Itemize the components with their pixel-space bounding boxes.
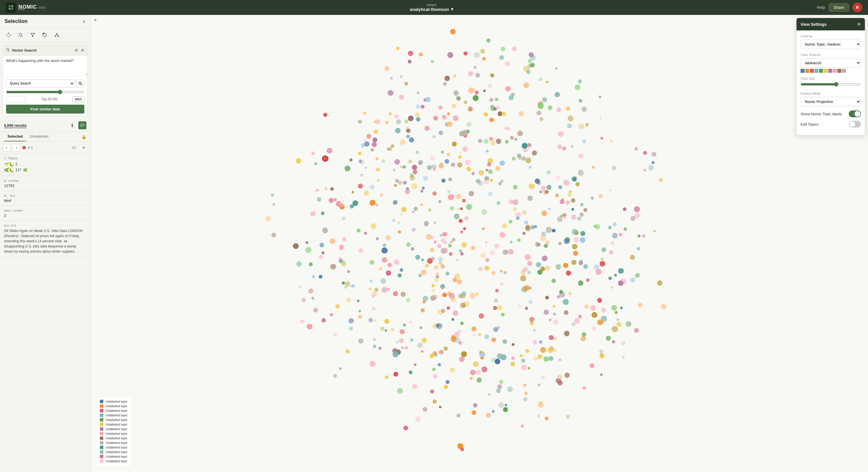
cluster-icon[interactable]: [53, 31, 61, 39]
svg-point-728: [538, 384, 540, 386]
svg-point-38: [490, 179, 493, 182]
svg-point-286: [489, 98, 493, 102]
svg-point-387: [345, 349, 350, 353]
map-area[interactable]: ✕ Unlabeled topicUnlabeled topicUnlabele…: [91, 15, 868, 472]
svg-point-619: [495, 98, 498, 101]
avatar[interactable]: R: [852, 3, 862, 12]
svg-point-319: [417, 343, 423, 348]
cluster-record-button[interactable]: ✦: [80, 144, 88, 151]
svg-point-456: [452, 238, 456, 241]
svg-point-131: [392, 218, 396, 222]
help-button[interactable]: Help: [817, 5, 825, 10]
svg-point-412: [389, 112, 392, 115]
collapse-button[interactable]: ∧: [82, 19, 86, 24]
legend-label: Unlabeled topic: [105, 432, 127, 435]
svg-point-154: [409, 321, 412, 324]
svg-point-80: [488, 192, 493, 196]
similarity-slider[interactable]: [6, 90, 84, 94]
svg-point-303: [527, 196, 533, 201]
svg-point-239: [652, 152, 656, 157]
tab-selected[interactable]: Selected: [4, 132, 26, 141]
nav-next-button[interactable]: ›: [12, 144, 20, 151]
point-size-slider[interactable]: [801, 82, 861, 87]
svg-point-90: [348, 318, 354, 324]
svg-point-385: [431, 60, 434, 63]
svg-point-355: [447, 122, 453, 127]
svg-point-671: [489, 137, 493, 141]
svg-point-53: [599, 117, 602, 120]
svg-point-760: [385, 121, 389, 124]
svg-point-24: [403, 324, 406, 327]
svg-point-244: [360, 174, 363, 177]
svg-rect-1: [11, 5, 13, 7]
view-settings-close-button[interactable]: ✕: [857, 22, 861, 27]
svg-point-119: [584, 305, 588, 308]
search-execute-button[interactable]: [76, 79, 84, 88]
svg-point-313: [638, 303, 642, 307]
svg-point-742: [557, 295, 560, 299]
legend-dot: [100, 455, 103, 458]
field-id-underscore: id_ text Me4: [0, 191, 90, 206]
svg-point-52: [470, 370, 476, 375]
svg-point-707: [524, 392, 528, 395]
svg-point-570: [433, 116, 438, 121]
visibility-toggle[interactable]: 👁: [74, 47, 79, 53]
svg-point-391: [523, 397, 528, 401]
topics-section: ⬡ Topics 🌱🐛 2 🌿🐛 117 🌿: [0, 154, 90, 176]
svg-point-572: [400, 165, 403, 168]
lasso-icon[interactable]: [5, 31, 12, 39]
color-swatch: [801, 69, 805, 73]
svg-point-509: [485, 177, 487, 180]
svg-point-144: [542, 256, 548, 261]
svg-point-713: [330, 187, 334, 191]
legend-label: Unlabeled topic: [105, 413, 127, 417]
max-button[interactable]: MAX: [72, 96, 84, 102]
svg-point-213: [388, 90, 393, 96]
svg-point-779: [508, 220, 513, 224]
map-close-button[interactable]: ✕: [94, 18, 97, 22]
svg-point-367: [591, 197, 594, 200]
nav-prev-button[interactable]: ‹: [3, 144, 10, 151]
svg-point-117: [553, 313, 556, 316]
search-icon[interactable]: [17, 31, 25, 39]
svg-point-466: [579, 261, 583, 265]
tab-unselected[interactable]: Unselected: [26, 132, 52, 141]
svg-point-718: [498, 182, 501, 186]
close-search-button[interactable]: ✕: [81, 47, 84, 53]
share-button[interactable]: Share: [829, 3, 849, 12]
show-labels-toggle[interactable]: [849, 110, 861, 117]
svg-point-426: [478, 170, 484, 175]
legend-item: Unlabeled topic: [100, 404, 127, 408]
legend-dot: [100, 418, 103, 422]
svg-point-767: [434, 221, 436, 224]
filter-icon[interactable]: [29, 31, 37, 39]
svg-point-803: [502, 224, 507, 229]
svg-point-461: [539, 77, 542, 81]
color-by-field: Color by Nomic Topic: medium: [801, 34, 861, 49]
svg-point-134: [342, 281, 345, 284]
similarity-value-input[interactable]: 0.54778: [6, 96, 26, 102]
find-similar-button[interactable]: Find similar data: [6, 105, 84, 113]
project-name[interactable]: analytical-thomson ▾: [410, 7, 453, 12]
tag-icon[interactable]: [41, 31, 49, 39]
svg-point-129: [404, 120, 408, 124]
svg-point-439: [599, 349, 603, 353]
svg-point-770: [545, 190, 549, 194]
edit-topics-toggle[interactable]: [849, 121, 861, 128]
color-by-select[interactable]: Nomic Topic: medium: [801, 40, 861, 49]
legend-item: Unlabeled topic: [100, 409, 127, 412]
search-input[interactable]: What's happening with the stock market?: [3, 56, 87, 76]
search-mode-select[interactable]: Query Search: [6, 79, 74, 88]
tag-record-button[interactable]: 🏷: [70, 144, 78, 151]
svg-point-314: [537, 270, 542, 274]
position-mode-select[interactable]: Nomic Projection: [801, 97, 861, 106]
svg-point-102: [525, 349, 529, 353]
legend-label: Unlabeled topic: [105, 450, 127, 453]
svg-point-410: [492, 410, 495, 413]
svg-point-296: [493, 327, 498, 332]
download-button[interactable]: ⬇: [68, 121, 76, 129]
tag-results-button[interactable]: 🏷: [79, 121, 86, 129]
svg-point-444: [547, 170, 551, 174]
svg-point-487: [612, 233, 618, 239]
color-scheme-select[interactable]: tableau10: [801, 58, 861, 68]
